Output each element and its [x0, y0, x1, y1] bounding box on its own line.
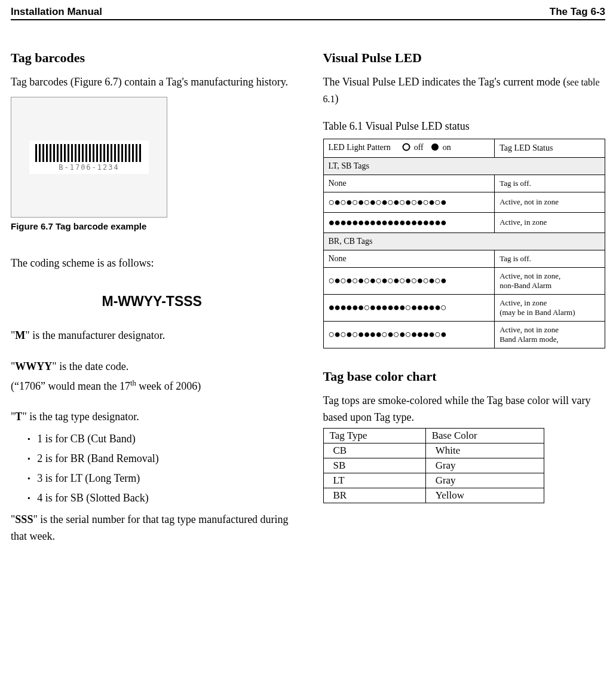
table-row: Tag Type Base Color	[323, 429, 544, 443]
status-line: Band Alarm mode,	[499, 335, 559, 344]
svg-point-0	[403, 143, 410, 150]
on-label: on	[443, 143, 451, 152]
led-text-part: )	[335, 93, 339, 105]
status-tag-off: Tag is off.	[495, 175, 605, 192]
svg-point-1	[431, 143, 439, 151]
table-row: None Tag is off.	[323, 250, 605, 267]
t-bold: T	[15, 411, 22, 423]
table-row: SB Gray	[323, 458, 544, 473]
pattern-band-alarm: ○●○●○●●●●○●○●○●●●●○●	[323, 321, 495, 348]
status-line: non-Band Alarm	[499, 281, 551, 290]
table-row: BR Yellow	[323, 488, 544, 503]
coding-scheme: M-WWYY-TSSS	[11, 293, 293, 310]
status-tag-off: Tag is off.	[495, 250, 605, 267]
status-line: Active, in zone	[499, 298, 547, 307]
color-chart-table: Tag Type Base Color CB White SB Gray LT …	[323, 428, 544, 503]
barcode-icon	[35, 144, 143, 162]
t-line: "T" is the tag type designator.	[11, 409, 293, 426]
status-band-alarm-mode: Active, not in zone Band Alarm mode,	[495, 321, 605, 348]
led-on-icon	[431, 143, 439, 154]
pattern-alternating: ○●○●○●○●○●○●○●○●○●○●	[323, 192, 495, 212]
header-right: The Tag 6-3	[550, 6, 605, 18]
table-row: BR, CB Tags	[323, 233, 605, 250]
wwyy-rest: " is the date code.	[52, 360, 128, 372]
m-designator-line: "M" is the manufacturer designator.	[11, 328, 293, 344]
table-row: CB White	[323, 443, 544, 458]
table-row: ●●●●●●○●●●●●●○●●●●●○ Active, in zone (ma…	[323, 294, 605, 321]
group-br-cb: BR, CB Tags	[323, 233, 605, 250]
off-label: off	[414, 143, 424, 152]
group-lt-sb: LT, SB Tags	[323, 157, 605, 175]
led-text: The Visual Pulse LED indicates the Tag's…	[323, 74, 606, 108]
section-tag-barcodes: Tag barcodes	[11, 50, 293, 66]
sss-bold: SSS	[15, 513, 33, 525]
t-rest: " is the tag type designator.	[22, 411, 139, 423]
color-base: Yellow	[425, 488, 544, 503]
header-left: Installation Manual	[11, 6, 102, 18]
pattern-all-on: ●●●●●●●●●●●●●●●●●●●●	[323, 212, 495, 233]
coding-intro: The coding scheme is as follows:	[11, 255, 293, 272]
wwyy-line: "WWYY" is the date code.	[11, 359, 293, 375]
list-item: 3 is for LT (Long Term)	[27, 472, 293, 485]
color-header-base: Base Color	[425, 429, 544, 443]
status-active-not-in-zone: Active, not in zone	[495, 192, 605, 212]
status-active-not-in-zone-nba: Active, not in zone, non-Band Alarm	[495, 267, 605, 294]
led-table-caption: Table 6.1 Visual Pulse LED status	[323, 118, 606, 135]
section-color-chart: Tag base color chart	[323, 369, 606, 384]
led-header-pattern-cell: LED Light Pattern off on	[323, 139, 495, 157]
led-header-status: Tag LED Status	[495, 139, 605, 157]
table-row: ●●●●●●●●●●●●●●●●●●●● Active, in zone	[323, 212, 605, 233]
table-row: LT Gray	[323, 473, 544, 488]
led-off-icon	[402, 143, 410, 154]
list-item: 2 is for BR (Band Removal)	[27, 452, 293, 465]
color-base: White	[425, 443, 544, 458]
table-row: LED Light Pattern off on Tag LED Status	[323, 139, 605, 157]
color-type: CB	[323, 443, 425, 458]
status-active-in-zone: Active, in zone	[495, 212, 605, 233]
pattern-alternating: ○●○●○●○●○●○●○●○●○●○●	[323, 267, 495, 294]
figure-caption: Figure 6.7 Tag barcode example	[11, 221, 293, 231]
color-type: BR	[323, 488, 425, 503]
sss-rest: " is the serial number for that tag type…	[11, 513, 289, 542]
pattern-none: None	[323, 175, 495, 192]
color-text: Tag tops are smoke-colored while the Tag…	[323, 393, 606, 426]
section-visual-pulse-led: Visual Pulse LED	[323, 50, 606, 66]
right-column: Visual Pulse LED The Visual Pulse LED in…	[323, 37, 606, 547]
color-type: LT	[323, 473, 425, 488]
led-header-pattern: LED Light Pattern	[329, 143, 391, 152]
led-status-table: LED Light Pattern off on Tag LED Status …	[323, 139, 606, 348]
status-active-in-zone-band: Active, in zone (may be in Band Alarm)	[495, 294, 605, 321]
led-text-part: The Visual Pulse LED indicates the Tag's…	[323, 76, 567, 88]
t-items-list: 1 is for CB (Cut Band) 2 is for BR (Band…	[11, 433, 293, 504]
wwyy-example: (“1706” would mean the 17th week of 2006…	[11, 378, 293, 395]
left-column: Tag barcodes Tag barcodes (Figure 6.7) c…	[11, 37, 293, 547]
list-item: 4 is for SB (Slotted Back)	[27, 492, 293, 504]
table-row: ○●○●○●○●○●○●○●○●○●○● Active, not in zone…	[323, 267, 605, 294]
color-base: Gray	[425, 458, 544, 473]
barcodes-text: Tag barcodes (Figure 6.7) contain a Tag'…	[11, 74, 293, 91]
status-line: Active, not in zone,	[499, 271, 560, 280]
wwyy-bold: WWYY	[15, 360, 52, 372]
list-item: 1 is for CB (Cut Band)	[27, 433, 293, 445]
table-row: ○●○●○●○●○●○●○●○●○●○● Active, not in zone	[323, 192, 605, 212]
sss-line: "SSS" is the serial number for that tag …	[11, 512, 293, 545]
status-line: (may be in Band Alarm)	[499, 308, 575, 317]
color-type: SB	[323, 458, 425, 473]
m-rest: " is the manufacturer designator.	[25, 329, 165, 341]
barcode-figure: B-1706-1234	[11, 97, 167, 218]
table-row: LT, SB Tags	[323, 157, 605, 175]
m-bold: M	[15, 329, 25, 341]
table-row: ○●○●○●●●●○●○●○●●●●○● Active, not in zone…	[323, 321, 605, 348]
color-header-type: Tag Type	[323, 429, 425, 443]
table-row: None Tag is off.	[323, 175, 605, 192]
status-line: Active, not in zone	[499, 325, 559, 334]
pattern-none: None	[323, 250, 495, 267]
barcode-sample-text: B-1706-1234	[59, 163, 119, 172]
color-base: Gray	[425, 473, 544, 488]
pattern-in-zone-band: ●●●●●●○●●●●●●○●●●●●○	[323, 294, 495, 321]
page-header: Installation Manual The Tag 6-3	[11, 6, 605, 20]
